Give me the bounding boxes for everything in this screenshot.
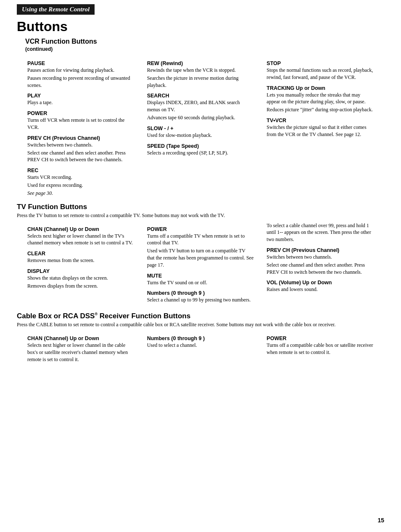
item-title: Numbers (0 through 9 ) [147, 290, 254, 296]
item-title: SLOW - / + [147, 126, 254, 131]
item-text: Turns off a compatible TV when remote is… [147, 233, 254, 247]
item-text: Turns off a compatible cable box or sate… [266, 342, 374, 356]
item-title: PAUSE [27, 60, 135, 66]
item-title: CLEAR [27, 251, 135, 257]
item-title: REW (Rewind) [147, 60, 254, 66]
vcr-col3: STOPStops the normal functions such as r… [264, 56, 376, 197]
item-text: Advances tape 60 seconds during playback… [147, 114, 254, 121]
item-text: Switches between two channels. [27, 142, 135, 149]
item-text: Select one channel and then select anoth… [266, 262, 374, 276]
item-text: Selects next higher or lower channel in … [27, 342, 135, 363]
item-text: Used for express recording. [27, 182, 135, 189]
item-title: SEARCH [147, 93, 254, 99]
item-title: Numbers (0 through 9 ) [147, 335, 254, 341]
item-text: Select a channel up to 99 by pressing tw… [147, 296, 254, 304]
tv-col3: To select a cable channel over 99, press… [264, 222, 376, 305]
item-text: Switches the picture signal so that it e… [266, 124, 374, 138]
item-title: PREV CH (Previous Channel) [27, 135, 135, 141]
tv-col1: CHAN (Channel) Up or DownSelects next hi… [25, 222, 137, 305]
cable-section-intro: Press the CABLE button to set remote to … [17, 322, 384, 328]
item-text: Stops the normal functions such as recor… [266, 67, 374, 81]
item-title: PLAY [27, 93, 135, 99]
item-title: POWER [147, 226, 254, 232]
cable-columns: CHAN (Channel) Up or DownSelects next hi… [25, 331, 376, 364]
vcr-columns: PAUSEPauses action for viewing during pl… [25, 56, 376, 197]
tv-section-block: TV Function Buttons Press the TV button … [17, 203, 384, 219]
cable-col2: Numbers (0 through 9 )Used to select a c… [145, 331, 256, 364]
item-text: Removes menus from the screen. [27, 257, 135, 264]
cable-section-block: Cable Box or RCA DSS® Receiver Function … [17, 312, 384, 328]
tv-columns: CHAN (Channel) Up or DownSelects next hi… [25, 222, 376, 305]
item-text: Selects a recording speed (SP, LP, SLP). [147, 149, 254, 157]
page-title: Buttons [17, 19, 384, 34]
item-text: Switches between two channels. [266, 254, 374, 261]
item-text: Pauses recording to prevent recording of… [27, 75, 135, 89]
item-title: VOL (Volume) Up or Down [266, 280, 374, 286]
vcr-col1: PAUSEPauses action for viewing during pl… [25, 56, 137, 197]
item-title: MUTE [147, 273, 254, 279]
item-text: Raises and lowers sound. [266, 286, 374, 293]
item-text: To select a cable channel over 99, press… [266, 222, 374, 243]
item-text: Plays a tape. [27, 99, 135, 106]
item-title: SPEED (Tape Speed) [147, 143, 254, 149]
item-title: CHAN (Channel) Up or Down [27, 335, 135, 341]
vcr-section-title: VCR Function Buttons [25, 38, 401, 45]
item-title: TRACKING Up or Down [266, 85, 374, 91]
item-text: Lets you manually reduce the streaks tha… [266, 92, 374, 106]
item-text: Displays INDEX, ZERO, and BLANK search m… [147, 99, 254, 113]
item-text: Turns off VCR when remote is set to cont… [27, 117, 135, 131]
page-number: 15 [377, 517, 384, 524]
tv-col2: POWERTurns off a compatible TV when remo… [145, 222, 256, 305]
cable-section-title: Cable Box or RCA DSS® Receiver Function … [17, 312, 384, 320]
item-title: PREV CH (Previous Channel) [266, 247, 374, 253]
item-title: CHAN (Channel) Up or Down [27, 226, 135, 232]
item-text: Starts VCR recording. [27, 174, 135, 181]
item-text: Used for slow-motion playback. [147, 132, 254, 139]
item-text: Turns the TV sound on or off. [147, 279, 254, 286]
item-title: POWER [266, 335, 374, 341]
item-text: Reduces picture "jitter" during stop-act… [266, 106, 374, 113]
item-title: TV•VCR [266, 118, 374, 123]
header-bar: Using the Remote Control [17, 4, 95, 15]
tv-section-title: TV Function Buttons [17, 203, 384, 211]
item-text: See page 30. [27, 190, 135, 197]
item-text: Rewinds the tape when the VCR is stopped… [147, 67, 254, 74]
item-text: Removes displays from the screen. [27, 283, 135, 290]
item-text: Select one channel and then select anoth… [27, 149, 135, 164]
item-text: Shows the status displays on the screen. [27, 275, 135, 282]
item-text: Used to select a channel. [147, 342, 254, 349]
item-text: Searches the picture in reverse motion d… [147, 75, 254, 89]
item-title: STOP [266, 60, 374, 66]
item-text: Used with TV button to turn on a compati… [147, 247, 254, 268]
item-text: Pauses action for viewing during playbac… [27, 67, 135, 74]
item-title: POWER [27, 110, 135, 116]
cable-col3: POWERTurns off a compatible cable box or… [264, 331, 376, 364]
vcr-section-subtitle: (continued) [25, 46, 401, 52]
cable-col1: CHAN (Channel) Up or DownSelects next hi… [25, 331, 137, 364]
vcr-col2: REW (Rewind)Rewinds the tape when the VC… [145, 56, 256, 197]
tv-section-intro: Press the TV button to set remote to con… [17, 212, 384, 219]
item-title: DISPLAY [27, 268, 135, 274]
item-text: Selects next higher or lower channel in … [27, 233, 135, 247]
item-title: REC [27, 168, 135, 173]
